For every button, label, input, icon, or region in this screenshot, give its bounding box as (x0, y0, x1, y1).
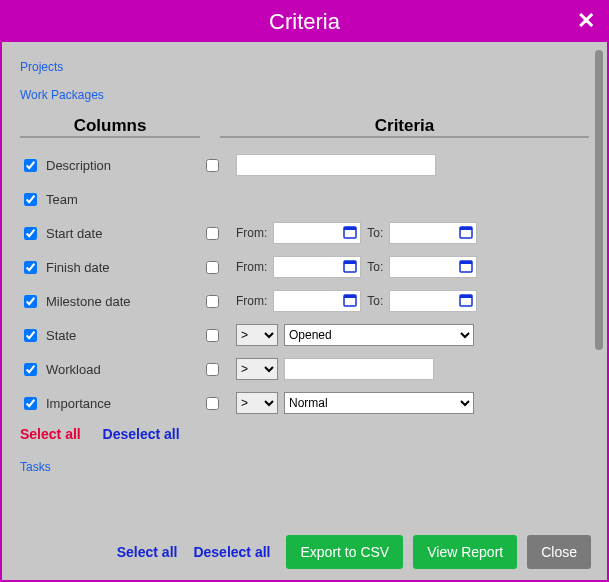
scrollbar-thumb[interactable] (595, 50, 603, 350)
col-chk-importance[interactable] (24, 397, 37, 410)
crit-chk-state[interactable] (206, 329, 219, 342)
label-start-date: Start date (46, 225, 196, 241)
scrollbar[interactable] (595, 50, 603, 480)
row-finish-date: Finish date From: To: (20, 250, 589, 284)
svg-rect-11 (460, 295, 472, 298)
op-workload[interactable]: > (236, 358, 278, 380)
group-select-all[interactable]: Select all (20, 426, 81, 442)
to-label-start: To: (367, 226, 383, 240)
criteria-rows: Description Team Start date From: To: (20, 148, 589, 420)
label-importance: Importance (46, 395, 196, 411)
col-chk-workload[interactable] (24, 363, 37, 376)
to-label-finish: To: (367, 260, 383, 274)
row-state: State > Opened (20, 318, 589, 352)
to-label-milestone: To: (367, 294, 383, 308)
calendar-icon[interactable] (459, 225, 473, 239)
export-button[interactable]: Export to CSV (286, 535, 403, 569)
calendar-icon[interactable] (459, 293, 473, 307)
op-importance[interactable]: > (236, 392, 278, 414)
label-workload: Workload (46, 361, 196, 377)
label-finish-date: Finish date (46, 259, 196, 275)
footer-select-all[interactable]: Select all (117, 544, 178, 560)
from-label-start: From: (236, 226, 267, 240)
crit-chk-description[interactable] (206, 159, 219, 172)
footer-deselect-all[interactable]: Deselect all (193, 544, 270, 560)
footer: Select all Deselect all Export to CSV Vi… (2, 524, 607, 580)
titlebar: Criteria ✕ (2, 2, 607, 42)
row-milestone-date: Milestone date From: To: (20, 284, 589, 318)
label-description: Description (46, 157, 196, 173)
dialog-body: Projects Work Packages Columns Criteria … (2, 42, 607, 580)
close-icon[interactable]: ✕ (577, 8, 595, 34)
from-label-milestone: From: (236, 294, 267, 308)
calendar-icon[interactable] (459, 259, 473, 273)
input-description[interactable] (236, 154, 436, 176)
value-workload[interactable] (284, 358, 434, 380)
crit-chk-start-date[interactable] (206, 227, 219, 240)
col-chk-team[interactable] (24, 193, 37, 206)
crit-chk-workload[interactable] (206, 363, 219, 376)
row-importance: Importance > Normal (20, 386, 589, 420)
crit-chk-finish-date[interactable] (206, 261, 219, 274)
row-team: Team (20, 182, 589, 216)
view-report-button[interactable]: View Report (413, 535, 517, 569)
value-state[interactable]: Opened (284, 324, 474, 346)
header-columns: Columns (20, 116, 200, 138)
header-criteria: Criteria (220, 116, 589, 138)
col-chk-milestone-date[interactable] (24, 295, 37, 308)
table-headers: Columns Criteria (20, 116, 589, 138)
crit-chk-milestone-date[interactable] (206, 295, 219, 308)
label-milestone-date: Milestone date (46, 293, 196, 309)
section-tasks[interactable]: Tasks (20, 460, 51, 474)
group-actions: Select all Deselect all (20, 426, 589, 442)
svg-rect-5 (344, 261, 356, 264)
col-chk-finish-date[interactable] (24, 261, 37, 274)
svg-rect-1 (344, 227, 356, 230)
row-description: Description (20, 148, 589, 182)
svg-rect-7 (460, 261, 472, 264)
crit-chk-importance[interactable] (206, 397, 219, 410)
close-button[interactable]: Close (527, 535, 591, 569)
op-state[interactable]: > (236, 324, 278, 346)
calendar-icon[interactable] (343, 259, 357, 273)
section-projects[interactable]: Projects (20, 60, 63, 74)
calendar-icon[interactable] (343, 225, 357, 239)
label-team: Team (46, 191, 196, 207)
row-workload: Workload > (20, 352, 589, 386)
from-label-finish: From: (236, 260, 267, 274)
col-chk-description[interactable] (24, 159, 37, 172)
svg-rect-3 (460, 227, 472, 230)
row-start-date: Start date From: To: (20, 216, 589, 250)
svg-rect-9 (344, 295, 356, 298)
group-deselect-all[interactable]: Deselect all (103, 426, 180, 442)
calendar-icon[interactable] (343, 293, 357, 307)
col-chk-state[interactable] (24, 329, 37, 342)
dialog-title: Criteria (269, 9, 340, 35)
section-work-packages[interactable]: Work Packages (20, 88, 104, 102)
col-chk-start-date[interactable] (24, 227, 37, 240)
value-importance[interactable]: Normal (284, 392, 474, 414)
label-state: State (46, 327, 196, 343)
